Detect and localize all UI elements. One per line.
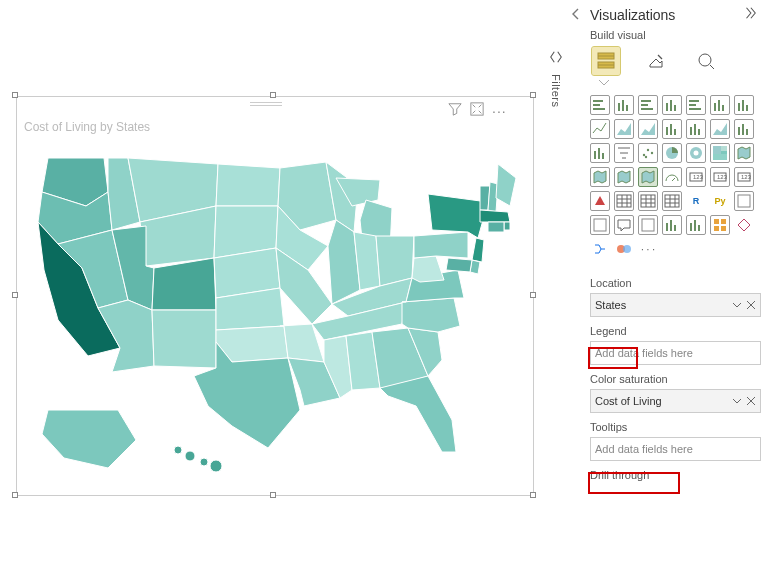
vis-type-treemap[interactable]: [710, 143, 730, 163]
vis-type-line-col-cl[interactable]: [686, 119, 706, 139]
tooltips-well[interactable]: Add data fields here: [590, 437, 761, 461]
svg-point-99: [694, 151, 699, 156]
vis-type-line-col[interactable]: [662, 119, 682, 139]
vis-type-R[interactable]: R: [686, 191, 706, 211]
chevron-down-icon[interactable]: [732, 396, 742, 406]
vis-type-stacked-area[interactable]: [638, 119, 658, 139]
svg-rect-69: [666, 103, 668, 111]
remove-field-icon[interactable]: [746, 300, 756, 310]
svg-rect-101: [721, 146, 727, 151]
vis-type-gauge[interactable]: [662, 167, 682, 187]
resize-handle[interactable]: [12, 92, 18, 98]
svg-point-93: [643, 154, 645, 156]
svg-rect-124: [714, 226, 719, 231]
vis-type-area[interactable]: [614, 119, 634, 139]
legend-well[interactable]: Add data fields here: [590, 341, 761, 365]
vis-type-kpi[interactable]: 123: [734, 167, 754, 187]
vis-type-matrix[interactable]: [638, 191, 658, 211]
svg-point-96: [645, 156, 647, 158]
report-canvas[interactable]: ··· Cost of Living by States: [0, 0, 544, 585]
filter-icon[interactable]: [448, 102, 462, 119]
collapse-chevron-icon[interactable]: [570, 8, 582, 20]
vis-type-app[interactable]: [710, 215, 730, 235]
vis-type-slicer[interactable]: [590, 191, 610, 211]
vis-type-key-influencers[interactable]: [734, 191, 754, 211]
vis-type-stacked-bar[interactable]: [590, 95, 610, 115]
vis-type-paginated[interactable]: [662, 215, 682, 235]
vis-type-qna[interactable]: [614, 215, 634, 235]
svg-rect-80: [746, 105, 748, 111]
build-visual-tab[interactable]: [592, 47, 620, 75]
svg-rect-112: [665, 195, 679, 207]
vis-type-clustered-col[interactable]: [662, 95, 682, 115]
vis-type-map-bubble[interactable]: [734, 143, 754, 163]
svg-rect-63: [618, 103, 620, 111]
resize-handle[interactable]: [270, 492, 276, 498]
vis-type-more[interactable]: · · ·: [638, 239, 658, 259]
resize-handle[interactable]: [530, 92, 536, 98]
vis-type-r-visual[interactable]: [662, 191, 682, 211]
vis-type-metric[interactable]: [686, 215, 706, 235]
vis-type-ribbon[interactable]: [710, 119, 730, 139]
svg-rect-123: [721, 219, 726, 224]
location-well[interactable]: States: [590, 293, 761, 317]
vis-type-pie[interactable]: [662, 143, 682, 163]
drag-handle[interactable]: [250, 100, 282, 108]
tab-indicator: [586, 79, 765, 87]
vis-type-waterfall[interactable]: [734, 119, 754, 139]
expand-pane-icon[interactable]: [743, 6, 757, 23]
svg-marker-43: [496, 164, 516, 206]
resize-handle[interactable]: [530, 292, 536, 298]
svg-point-54: [210, 460, 222, 472]
vis-type-clustered-bar[interactable]: [638, 95, 658, 115]
vis-type-map-shape[interactable]: [614, 167, 634, 187]
svg-rect-75: [714, 103, 716, 111]
vis-type-power-automate[interactable]: [590, 239, 610, 259]
svg-point-53: [200, 458, 208, 466]
format-visual-tab[interactable]: [642, 47, 670, 75]
us-filled-map[interactable]: [28, 150, 524, 488]
vis-type-percent-col[interactable]: [710, 95, 730, 115]
vis-type-table[interactable]: [614, 191, 634, 211]
vis-type-stacked-col[interactable]: [614, 95, 634, 115]
vis-type-Py[interactable]: Py: [710, 191, 730, 211]
chevron-down-icon[interactable]: [732, 300, 742, 310]
vis-type-map-filled[interactable]: [590, 167, 610, 187]
svg-text:123: 123: [693, 174, 704, 180]
vis-type-scatter-small[interactable]: [614, 143, 634, 163]
legend-placeholder: Add data fields here: [595, 347, 693, 359]
svg-rect-121: [698, 225, 700, 231]
remove-field-icon[interactable]: [746, 396, 756, 406]
vis-type-more-palette[interactable]: [614, 239, 634, 259]
svg-rect-78: [738, 103, 740, 111]
vis-type-funnel[interactable]: [590, 143, 610, 163]
vis-type-filled-map[interactable]: [638, 167, 658, 187]
vis-type-multi-card[interactable]: 123: [710, 167, 730, 187]
focus-mode-icon[interactable]: [470, 102, 484, 119]
vis-type-donut[interactable]: [686, 143, 706, 163]
vis-type-hund-col[interactable]: [734, 95, 754, 115]
filters-pane-collapsed[interactable]: Filters: [546, 50, 566, 107]
vis-type-narrative[interactable]: [638, 215, 658, 235]
more-options-icon[interactable]: ···: [492, 103, 507, 119]
saturation-well[interactable]: Cost of Living: [590, 389, 761, 413]
vis-type-scatter[interactable]: [638, 143, 658, 163]
vis-type-card[interactable]: 123: [686, 167, 706, 187]
svg-text:123: 123: [717, 174, 728, 180]
resize-handle[interactable]: [12, 492, 18, 498]
panel-title: Visualizations: [590, 7, 675, 23]
resize-handle[interactable]: [12, 292, 18, 298]
resize-handle[interactable]: [530, 492, 536, 498]
vis-type-decomposition[interactable]: [590, 215, 610, 235]
svg-rect-113: [738, 195, 750, 207]
svg-marker-12: [216, 164, 280, 206]
resize-handle[interactable]: [270, 92, 276, 98]
vis-type-percent-bar[interactable]: [686, 95, 706, 115]
svg-marker-11: [152, 310, 216, 368]
svg-rect-122: [714, 219, 719, 224]
vis-type-arcgis[interactable]: [734, 215, 754, 235]
location-field-value: States: [595, 299, 626, 311]
vis-type-line[interactable]: [590, 119, 610, 139]
analytics-tab[interactable]: [692, 47, 720, 75]
svg-rect-125: [721, 226, 726, 231]
